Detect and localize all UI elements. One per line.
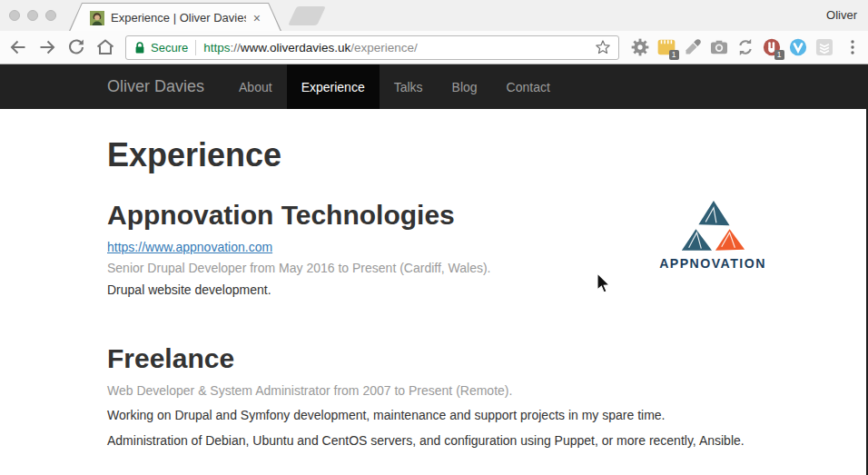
forward-button[interactable] [36, 36, 58, 58]
url-text[interactable]: https://www.oliverdavies.uk/experience/ [203, 41, 595, 54]
tab-close-icon[interactable]: × [253, 11, 261, 25]
site-navbar: Oliver Davies About Experience Talks Blo… [0, 64, 868, 109]
nav-item-talks[interactable]: Talks [380, 64, 438, 109]
appnovation-role-meta: Senior Drupal Developer from May 2016 to… [107, 261, 491, 275]
tab-strip: Experience | Oliver Davies × Oliver [0, 0, 868, 31]
address-bar[interactable]: Secure https://www.oliverdavies.uk/exper… [125, 35, 619, 60]
section-heading-appnovation: Appnovation Technologies [107, 200, 455, 231]
zoom-window-button[interactable] [45, 10, 56, 21]
bookmark-star-icon[interactable] [595, 39, 611, 55]
layered-checks-extension-icon[interactable] [814, 37, 834, 57]
extension-badge: 1 [669, 50, 679, 60]
minimize-window-button[interactable] [27, 10, 38, 21]
omnibox-divider [195, 40, 196, 55]
back-button[interactable] [7, 36, 29, 58]
secure-label[interactable]: Secure [151, 41, 188, 54]
appnovation-logo: APPNOVATION [659, 200, 766, 274]
nav-item-blog[interactable]: Blog [438, 64, 492, 109]
extension-badge: 1 [774, 50, 784, 60]
home-button[interactable] [94, 36, 116, 58]
mouse-cursor [597, 273, 611, 295]
navbar-brand[interactable]: Oliver Davies [107, 64, 224, 109]
eyedropper-extension-icon[interactable] [683, 37, 703, 57]
freelance-description-1: Working on Drupal and Symfony developmen… [107, 408, 666, 422]
appnovation-link[interactable]: https://www.appnovation.com [107, 240, 272, 254]
page-title: Experience [107, 136, 281, 174]
nav-item-contact[interactable]: Contact [492, 64, 565, 109]
appnovation-wordmark: APPNOVATION [659, 256, 766, 271]
tab-title: Experience | Oliver Davies [111, 11, 246, 25]
freelance-role-meta: Web Developer & System Administrator fro… [107, 383, 512, 398]
nav-item-experience[interactable]: Experience [287, 64, 380, 109]
close-window-button[interactable] [9, 10, 20, 21]
section-heading-freelance: Freelance [107, 343, 234, 374]
extensions-area: 1 [626, 37, 868, 57]
appnovation-description: Drupal website development. [107, 282, 271, 297]
url-path: /experience/ [350, 41, 418, 54]
secure-lock-icon [133, 41, 146, 54]
blue-v-extension-icon[interactable] [788, 37, 808, 57]
url-host: www.oliverdavies.uk [241, 41, 351, 54]
red-blocker-extension-icon[interactable]: 1 [762, 37, 782, 57]
url-separator: :// [230, 41, 240, 54]
url-scheme: https [203, 41, 230, 54]
site-favicon [90, 11, 104, 25]
freelance-description-2: Administration of Debian, Ubuntu and Cen… [107, 433, 745, 448]
browser-tab[interactable]: Experience | Oliver Davies × [69, 3, 281, 31]
browser-toolbar: Secure https://www.oliverdavies.uk/exper… [0, 31, 868, 64]
new-tab-button[interactable] [288, 6, 326, 25]
reload-button[interactable] [65, 36, 87, 58]
sync-arrows-extension-icon[interactable] [735, 37, 755, 57]
nav-item-about[interactable]: About [224, 64, 287, 109]
gear-extension-icon[interactable] [630, 37, 650, 57]
profile-name[interactable]: Oliver [826, 8, 857, 22]
chrome-menu-icon[interactable] [844, 37, 861, 57]
camera-extension-icon[interactable] [709, 37, 729, 57]
ruler-extension-icon[interactable]: 1 [656, 37, 676, 57]
